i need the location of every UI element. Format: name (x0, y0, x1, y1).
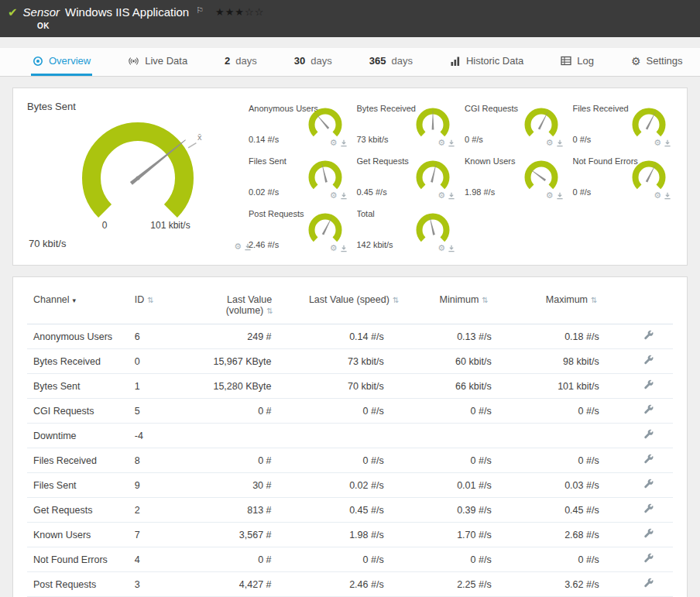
tab-overview[interactable]: Overview (31, 48, 92, 76)
tab-label: days (391, 55, 412, 67)
download-icon[interactable] (664, 139, 671, 147)
sort-both-icon: ⇅ (482, 296, 488, 304)
cell-id: 1 (129, 374, 201, 399)
page-title: Windows IIS Application (65, 5, 189, 19)
cell-minimum: 1.70 #/s (410, 523, 518, 547)
mini-gauge-value: 0.45 #/s (357, 187, 387, 197)
table-row: Bytes Received 0 15,967 KByte 73 kbit/s … (27, 349, 673, 374)
mini-gauge-actions: ⚙ (410, 244, 455, 252)
channel-settings-button[interactable] (626, 448, 673, 473)
cell-minimum: 0 #/s (410, 547, 518, 572)
cell-maximum: 3.62 #/s (518, 572, 626, 597)
col-header-maximum[interactable]: Maximum⇅ (518, 283, 626, 324)
channel-settings-button[interactable] (626, 399, 673, 424)
col-header-id[interactable]: ID⇅ (129, 283, 201, 324)
cell-last-volume: 813 # (201, 498, 298, 523)
channel-settings-button[interactable] (626, 547, 673, 572)
download-icon[interactable] (448, 245, 455, 252)
table-row: CGI Requests 5 0 # 0 #/s 0 #/s 0 #/s (27, 399, 673, 424)
tab-365-days[interactable]: 365 days (368, 48, 414, 76)
download-icon[interactable] (340, 245, 348, 252)
gear-icon[interactable]: ⚙ (330, 244, 338, 252)
gear-icon[interactable]: ⚙ (234, 242, 242, 251)
tab-live-data[interactable]: Live Data (126, 48, 189, 76)
table-row: Anonymous Users 6 249 # 0.14 #/s 0.13 #/… (27, 324, 673, 349)
table-row: Not Found Errors 4 0 # 0 #/s 0 #/s 0 #/s (27, 547, 673, 572)
gear-icon[interactable]: ⚙ (330, 139, 338, 147)
channel-settings-button[interactable] (626, 473, 673, 498)
sort-both-icon: ⇅ (591, 296, 597, 304)
gear-icon[interactable]: ⚙ (438, 191, 445, 200)
gear-icon[interactable]: ⚙ (438, 244, 445, 252)
gear-icon[interactable]: ⚙ (546, 139, 554, 147)
mini-gauge-actions: ⚙ (303, 139, 348, 147)
tab-log[interactable]: Log (559, 48, 595, 76)
mini-gauge-grid: Anonymous Users 0.14 #/s ⚙ Bytes Receive… (249, 98, 673, 257)
sort-both-icon: ⇅ (393, 296, 399, 304)
cell-id: 0 (129, 349, 201, 374)
channel-table-body: Anonymous Users 6 249 # 0.14 #/s 0.13 #/… (27, 324, 673, 597)
cell-last-volume: 0 # (201, 448, 298, 473)
col-header-last-volume[interactable]: Last Value (volume)⇅ (201, 283, 298, 324)
live-data-icon (128, 56, 139, 67)
cell-last-speed: 0 #/s (298, 547, 410, 572)
channel-settings-button[interactable] (626, 424, 673, 448)
download-icon[interactable] (448, 192, 455, 200)
tab-label: days (311, 55, 331, 67)
mini-gauge-cell: Post Requests 2.46 #/s ⚙ (249, 208, 349, 257)
download-icon[interactable] (340, 192, 348, 200)
col-header-minimum[interactable]: Minimum⇅ (410, 283, 518, 324)
wrench-icon (643, 454, 654, 465)
gear-icon[interactable]: ⚙ (438, 139, 445, 147)
col-header-channel[interactable]: Channel▾ (27, 283, 129, 324)
priority-flag-icon[interactable]: ⚐ (196, 5, 204, 15)
gauge-arc (636, 163, 663, 187)
cell-last-volume: 0 # (201, 547, 298, 572)
gear-icon[interactable]: ⚙ (654, 139, 661, 147)
table-row: Get Requests 2 813 # 0.45 #/s 0.39 #/s 0… (27, 498, 673, 523)
mini-gauge (303, 160, 348, 193)
star-rating[interactable]: ★★★☆☆ (215, 6, 264, 18)
cell-last-speed: 1.98 #/s (298, 523, 410, 547)
historic-data-icon (450, 56, 461, 67)
cell-id: 5 (129, 399, 201, 424)
channel-settings-button[interactable] (626, 572, 673, 597)
gear-icon[interactable]: ⚙ (654, 191, 661, 200)
table-row: Files Sent 9 30 # 0.02 #/s 0.01 #/s 0.03… (27, 473, 673, 498)
col-label: Minimum (440, 294, 479, 305)
channel-settings-button[interactable] (626, 349, 673, 374)
channel-settings-button[interactable] (626, 523, 673, 547)
gear-icon[interactable]: ⚙ (330, 191, 338, 200)
mini-gauge-value: 2.46 #/s (249, 240, 279, 249)
mini-gauge-actions: ⚙ (303, 244, 348, 252)
download-icon[interactable] (664, 192, 671, 200)
download-icon[interactable] (448, 139, 455, 147)
table-row: Post Requests 3 4,427 # 2.46 #/s 2.25 #/… (27, 572, 673, 597)
mini-gauge (410, 108, 455, 140)
tab-30-days[interactable]: 30 days (293, 48, 334, 76)
channel-table: Channel▾ ID⇅ Last Value (volume)⇅ Last V… (27, 283, 673, 597)
mini-gauge-cell: Known Users 1.98 #/s ⚙ (465, 155, 565, 204)
tab-bar: Overview Live Data 2 days 30 days 365 da… (0, 48, 700, 77)
wrench-icon (643, 578, 654, 588)
col-header-last-speed[interactable]: Last Value (speed)⇅ (298, 283, 410, 324)
mini-gauge-cell: Not Found Errors 0 #/s ⚙ (573, 155, 674, 204)
download-icon[interactable] (340, 139, 348, 147)
channel-settings-button[interactable] (626, 374, 673, 399)
mini-gauge-cell: Bytes Received 73 kbit/s ⚙ (357, 102, 458, 152)
tab-2-days[interactable]: 2 days (223, 48, 259, 76)
mini-gauge-actions: ⚙ (410, 191, 455, 200)
tab-label: Overview (49, 55, 91, 67)
mini-gauge (410, 213, 455, 245)
channel-settings-button[interactable] (626, 324, 673, 349)
cell-channel: Post Requests (27, 572, 129, 597)
download-icon[interactable] (556, 192, 564, 200)
table-row: Downtime -4 (27, 424, 673, 448)
tab-settings[interactable]: ⚙ Settings (630, 48, 685, 76)
col-label: Maximum (546, 294, 588, 305)
tab-historic-data[interactable]: Historic Data (448, 48, 525, 76)
settings-gear-icon: ⚙ (631, 56, 641, 67)
download-icon[interactable] (556, 139, 564, 147)
gear-icon[interactable]: ⚙ (546, 191, 554, 200)
channel-settings-button[interactable] (626, 498, 673, 523)
